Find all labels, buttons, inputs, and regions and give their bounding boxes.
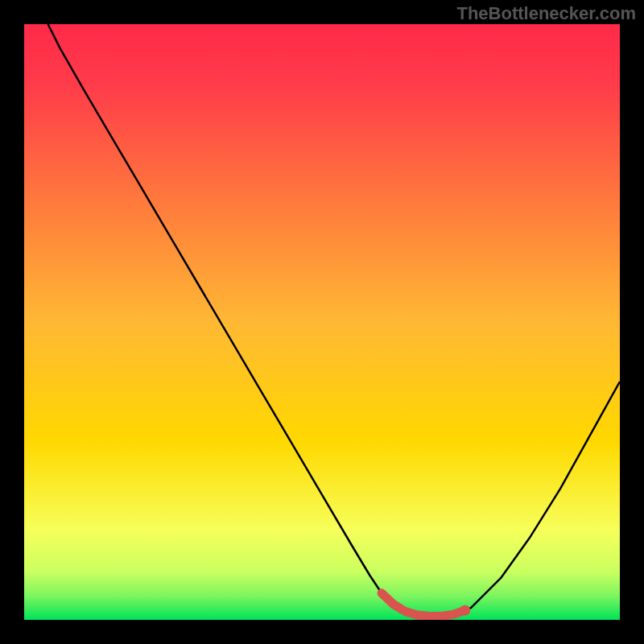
watermark-text: TheBottlenecker.com <box>456 3 636 24</box>
chart-background <box>24 24 620 620</box>
optimal-end-dot <box>460 605 470 616</box>
chart-svg <box>24 24 620 620</box>
chart-plot-area <box>24 24 620 620</box>
